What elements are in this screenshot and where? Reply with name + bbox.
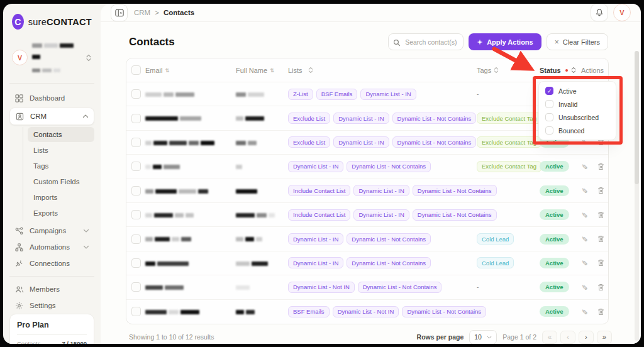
clear-filters-button[interactable]: × Clear Filters <box>547 33 608 50</box>
sort-icon[interactable]: ⇅ <box>165 67 170 74</box>
delete-icon[interactable] <box>597 235 604 243</box>
status-option-invalid[interactable]: Invalid <box>545 100 609 108</box>
row-checkbox[interactable] <box>131 307 141 316</box>
row-checkbox[interactable] <box>131 210 141 219</box>
list-chip[interactable]: Dynamic List - Not Contains <box>347 257 431 268</box>
edit-icon[interactable]: ✎ <box>580 212 589 218</box>
workspace-switcher[interactable]: V <box>9 37 94 84</box>
list-chip[interactable]: BSF Emails <box>288 306 330 317</box>
tag-chip[interactable]: Exclude Contact Tag <box>477 113 541 124</box>
sidebar-subitem-imports[interactable]: Imports <box>28 190 94 205</box>
next-page-button[interactable]: › <box>579 331 594 344</box>
sidebar-subitem-custom-fields[interactable]: Custom Fields <box>28 174 94 189</box>
list-chip[interactable]: Dynamic List - IN <box>288 161 343 172</box>
list-chip[interactable]: Dynamic List - Not IN <box>333 306 399 317</box>
notifications-button[interactable] <box>591 4 608 21</box>
sidebar-subitem-contacts[interactable]: Contacts <box>28 127 94 142</box>
sidebar-item-crm[interactable]: CRM <box>9 107 94 125</box>
delete-icon[interactable] <box>597 284 604 291</box>
tag-chip[interactable]: Exclude Contact Tag <box>477 161 541 172</box>
list-chip[interactable]: Dynamic List - IN <box>360 89 416 100</box>
unfold-icon[interactable] <box>494 67 499 74</box>
edit-icon[interactable]: ✎ <box>580 260 589 266</box>
breadcrumb-parent[interactable]: CRM <box>134 9 150 16</box>
list-chip[interactable]: Dynamic List - Not Contains <box>347 233 431 245</box>
edit-icon[interactable]: ✎ <box>580 187 589 194</box>
list-chip[interactable]: Dynamic List - Not Contains <box>392 113 477 124</box>
status-option-active[interactable]: ✓Active <box>545 87 609 95</box>
scrollbar[interactable] <box>635 51 639 341</box>
status-option-bounced[interactable]: Bounced <box>545 126 609 135</box>
sidebar-subitem-lists[interactable]: Lists <box>28 143 94 158</box>
list-chip[interactable]: Z-List <box>288 89 313 100</box>
tag-chip[interactable]: Exclude Contact Tag <box>477 136 541 148</box>
checkbox-checked-icon[interactable]: ✓ <box>545 87 553 95</box>
list-chip[interactable]: Dynamic List - Not IN <box>288 282 355 293</box>
row-checkbox[interactable] <box>131 138 141 147</box>
prev-page-button[interactable]: ‹ <box>560 331 575 344</box>
apply-actions-button[interactable]: Apply Actions <box>469 33 541 50</box>
delete-icon[interactable] <box>597 259 604 267</box>
profile-avatar[interactable]: V <box>613 4 631 21</box>
row-checkbox[interactable] <box>131 234 141 244</box>
status-option-unsubscribed[interactable]: Unsubscribed <box>545 113 609 121</box>
list-chip[interactable]: Dynamic List - IN <box>353 209 409 221</box>
sidebar-item-connections[interactable]: Connections <box>9 255 94 272</box>
row-checkbox[interactable] <box>131 162 141 171</box>
list-chip[interactable]: Dynamic List - Not Contains <box>347 161 431 172</box>
list-chip[interactable]: Dynamic List - IN <box>333 136 389 148</box>
list-chip[interactable]: Dynamic List - IN <box>288 233 343 245</box>
sidebar-collapse-button[interactable] <box>111 4 128 21</box>
list-chip[interactable]: Dynamic List - IN <box>353 185 409 196</box>
column-header-status[interactable]: Status <box>540 67 561 74</box>
column-header-lists[interactable]: Lists <box>288 67 303 74</box>
row-checkbox[interactable] <box>131 89 141 99</box>
row-checkbox[interactable] <box>131 114 141 123</box>
row-checkbox[interactable] <box>131 258 141 268</box>
tag-chip[interactable]: Cold Lead <box>477 233 514 245</box>
checkbox-icon[interactable] <box>545 113 553 121</box>
list-chip[interactable]: Include Contact List <box>288 185 350 196</box>
delete-icon[interactable] <box>597 308 604 316</box>
delete-icon[interactable] <box>597 163 604 170</box>
list-chip[interactable]: Include Contact List <box>288 209 350 221</box>
list-chip[interactable]: Exclude List <box>288 113 330 124</box>
last-page-button[interactable]: » <box>597 331 612 344</box>
list-chip[interactable]: Dynamic List - IN <box>333 113 389 124</box>
list-chip[interactable]: Dynamic List - Not Contains <box>392 136 477 148</box>
list-chip[interactable]: Dynamic List - Not Contains <box>402 306 486 317</box>
list-chip[interactable]: BSF Emails <box>316 89 358 100</box>
edit-icon[interactable]: ✎ <box>580 284 589 290</box>
edit-icon[interactable]: ✎ <box>580 309 589 315</box>
delete-icon[interactable] <box>597 187 604 194</box>
unfold-icon[interactable] <box>308 67 313 74</box>
list-chip[interactable]: Dynamic List - Not Contains <box>358 282 442 293</box>
row-checkbox[interactable] <box>131 186 141 196</box>
edit-icon[interactable]: ✎ <box>580 163 589 170</box>
checkbox-icon[interactable] <box>545 126 553 135</box>
sidebar-item-dashboard[interactable]: Dashboard <box>9 90 94 106</box>
delete-icon[interactable] <box>597 211 604 219</box>
rows-per-page-select[interactable]: 10 <box>469 330 497 344</box>
tag-chip[interactable]: Cold Lead <box>477 257 514 268</box>
row-checkbox[interactable] <box>131 282 141 292</box>
scrollbar-thumb[interactable] <box>635 51 639 184</box>
email-redacted <box>145 233 236 245</box>
sort-icon[interactable]: ⇅ <box>270 67 274 74</box>
edit-icon[interactable]: ✎ <box>580 236 589 242</box>
sidebar-item-settings[interactable]: Settings <box>9 297 94 314</box>
sidebar-item-members[interactable]: Members <box>9 281 94 297</box>
list-chip[interactable]: Dynamic List - IN <box>288 257 343 268</box>
checkbox-icon[interactable] <box>545 100 553 108</box>
select-all-checkbox[interactable] <box>131 65 141 75</box>
sidebar-item-campaigns[interactable]: Campaigns <box>9 223 94 239</box>
list-chip[interactable]: Exclude List <box>288 136 330 148</box>
sidebar-item-automations[interactable]: Automations <box>9 239 94 255</box>
column-header-full-name[interactable]: Full Name <box>236 67 267 74</box>
column-header-email[interactable]: Email <box>145 67 163 74</box>
column-header-tags[interactable]: Tags <box>477 67 491 74</box>
sidebar-subitem-exports[interactable]: Exports <box>28 206 94 221</box>
sidebar-subitem-tags[interactable]: Tags <box>28 158 94 174</box>
first-page-button[interactable]: « <box>542 331 557 344</box>
unfold-icon[interactable] <box>571 67 576 74</box>
